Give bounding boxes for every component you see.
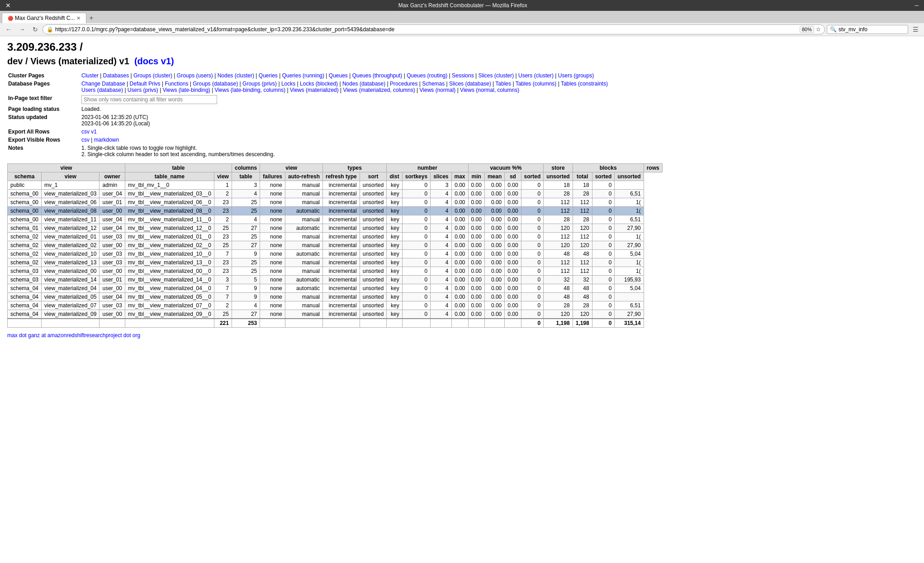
table-row[interactable]: schema_04view_materialized_07user_03mv_t…: [8, 301, 663, 310]
col-slices[interactable]: slices: [431, 172, 451, 181]
new-tab-button[interactable]: +: [86, 14, 96, 22]
link-users-groups[interactable]: Users (groups): [558, 72, 594, 79]
table-row[interactable]: schema_00view_materialized_03user_04mv_t…: [8, 190, 663, 198]
link-schemas[interactable]: Schemas: [422, 81, 445, 87]
close-button[interactable]: ✕: [2, 2, 14, 9]
table-row[interactable]: schema_03view_materialized_00user_00mv_t…: [8, 267, 663, 276]
link-locks[interactable]: Locks: [281, 81, 295, 87]
col-sorted-r[interactable]: sorted: [592, 172, 615, 181]
link-views-mat-cols[interactable]: Views (materialized, columns): [343, 87, 415, 93]
table-cell: 0.00: [505, 284, 521, 293]
link-tables[interactable]: Tables: [495, 81, 511, 87]
export-csv-link[interactable]: csv: [81, 137, 90, 143]
tab-close-button[interactable]: ✕: [76, 15, 81, 21]
link-groups-db[interactable]: Groups (database): [193, 81, 238, 87]
export-all-link[interactable]: csv v1: [81, 129, 97, 135]
link-functions[interactable]: Functions: [165, 81, 188, 87]
link-views-mat[interactable]: Views (materialized): [290, 87, 339, 93]
link-nodes-cluster[interactable]: Nodes (cluster): [218, 72, 254, 79]
back-button[interactable]: ←: [3, 25, 14, 34]
table-cell: user_04: [100, 190, 125, 198]
col-view[interactable]: view: [42, 172, 100, 181]
refresh-button[interactable]: ↻: [30, 25, 41, 34]
link-tables-constraints[interactable]: Tables (constraints): [561, 81, 608, 87]
col-failures[interactable]: failures: [260, 172, 285, 181]
link-users-cluster[interactable]: Users (cluster): [518, 72, 554, 79]
table-row[interactable]: schema_00view_materialized_08user_00mv_t…: [8, 207, 663, 215]
forward-button[interactable]: →: [16, 25, 28, 34]
link-views-late[interactable]: Views (late-binding): [163, 87, 210, 93]
table-cell: schema_03: [8, 276, 42, 284]
col-sort[interactable]: sort: [360, 172, 387, 181]
table-row[interactable]: schema_02view_materialized_13user_03mv_t…: [8, 258, 663, 267]
table-cell: manual: [285, 267, 322, 276]
link-change-db[interactable]: Change Database: [81, 81, 125, 87]
link-tables-columns[interactable]: Tables (columns): [516, 81, 557, 87]
url-input[interactable]: [55, 26, 798, 33]
table-row[interactable]: schema_04view_materialized_04user_00mv_t…: [8, 284, 663, 293]
col-refresh-type[interactable]: refresh type: [323, 172, 360, 181]
filter-input[interactable]: [81, 95, 217, 104]
link-default-privs[interactable]: Default Privs: [130, 81, 161, 87]
link-groups-cluster[interactable]: Groups (cluster): [133, 72, 172, 79]
link-slices-cluster[interactable]: Slices (cluster): [479, 72, 514, 79]
export-markdown-link[interactable]: markdown: [94, 137, 119, 143]
col-mean[interactable]: mean: [484, 172, 504, 181]
link-groups-users[interactable]: Groups (users): [177, 72, 213, 79]
link-views-normal-cols[interactable]: Views (normal, columns): [460, 87, 519, 93]
minimize-button[interactable]: ─: [911, 2, 922, 9]
col-schema[interactable]: schema: [8, 172, 42, 181]
table-row[interactable]: schema_02view_materialized_02user_00mv_t…: [8, 241, 663, 250]
footer-email[interactable]: max dot ganz at amazonredshiftresearchpr…: [7, 332, 140, 339]
col-view2[interactable]: view: [214, 172, 232, 181]
table-row[interactable]: publicmv_1adminmv_tbl_mv_1__013nonemanua…: [8, 181, 663, 190]
link-locks-blocked[interactable]: Locks (blocked): [300, 81, 338, 87]
link-databases[interactable]: Databases: [103, 72, 129, 79]
col-dist[interactable]: dist: [387, 172, 402, 181]
table-row[interactable]: schema_04view_materialized_05user_04mv_t…: [8, 293, 663, 301]
link-procedures[interactable]: Procedures: [390, 81, 417, 87]
col-total[interactable]: total: [573, 172, 592, 181]
docs-link[interactable]: (docs v1): [134, 56, 174, 66]
bookmark-icon[interactable]: ☆: [816, 26, 821, 33]
link-views-late-cols[interactable]: Views (late-binding, columns): [215, 87, 286, 93]
active-tab[interactable]: 🔴 Max Ganz's Redshift C... ✕: [2, 13, 86, 23]
link-sessions[interactable]: Sessions: [452, 72, 474, 79]
col-owner[interactable]: owner: [100, 172, 125, 181]
table-row[interactable]: schema_03view_materialized_14user_01mv_t…: [8, 276, 663, 284]
table-row[interactable]: schema_02view_materialized_01user_03mv_t…: [8, 233, 663, 241]
link-queries-running[interactable]: Queries (running): [282, 72, 324, 79]
table-cell: 28: [573, 301, 592, 310]
table-cell: mv_tbl__view_materialized_05__0: [125, 293, 214, 301]
data-table-container: view table columns view types number vac…: [7, 163, 917, 328]
col-table2[interactable]: table: [232, 172, 260, 181]
table-row[interactable]: schema_00view_materialized_06user_01mv_t…: [8, 198, 663, 207]
col-min[interactable]: min: [468, 172, 484, 181]
table-row[interactable]: schema_02view_materialized_10user_03mv_t…: [8, 250, 663, 258]
col-sd[interactable]: sd: [505, 172, 521, 181]
table-row[interactable]: schema_00view_materialized_11user_04mv_t…: [8, 215, 663, 224]
col-table-name[interactable]: table_name: [125, 172, 214, 181]
link-users-privs[interactable]: Users (privs): [128, 87, 158, 93]
table-row[interactable]: schema_01view_materialized_12user_04mv_t…: [8, 224, 663, 233]
link-queues-throughput[interactable]: Queues (throughput): [352, 72, 403, 79]
menu-button[interactable]: ☰: [910, 25, 921, 34]
link-queues-routing[interactable]: Queues (routing): [407, 72, 447, 79]
link-nodes-db[interactable]: Nodes (database): [342, 81, 385, 87]
link-users-db[interactable]: Users (database): [81, 87, 123, 93]
link-groups-privs[interactable]: Groups (privs): [242, 81, 277, 87]
link-views-normal[interactable]: Views (normal): [420, 87, 456, 93]
table-cell: 4: [431, 284, 451, 293]
table-row[interactable]: schema_04view_materialized_09user_00mv_t…: [8, 310, 663, 319]
link-queries[interactable]: Queries: [259, 72, 278, 79]
col-max[interactable]: max: [451, 172, 468, 181]
link-cluster[interactable]: Cluster: [81, 72, 99, 79]
link-queues[interactable]: Queues: [329, 72, 348, 79]
col-sortkeys[interactable]: sortkeys: [402, 172, 430, 181]
col-unsorted[interactable]: unsorted: [544, 172, 573, 181]
link-slices-db[interactable]: Slices (database): [449, 81, 491, 87]
col-unsorted-r[interactable]: unsorted: [615, 172, 644, 181]
search-input[interactable]: [839, 26, 893, 33]
col-sorted[interactable]: sorted: [521, 172, 544, 181]
col-auto-refresh[interactable]: auto-refresh: [285, 172, 322, 181]
